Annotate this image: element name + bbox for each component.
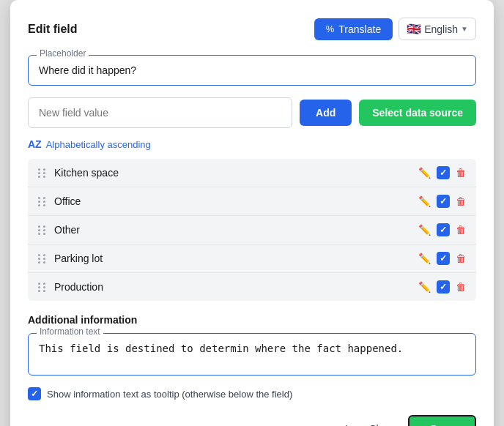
footer-arrow [309, 422, 356, 426]
additional-info-title: Additional information [28, 314, 476, 326]
drag-handle[interactable] [38, 225, 47, 235]
translate-icon: % [326, 23, 335, 34]
save-button[interactable]: Save [408, 415, 476, 426]
item-label: Other [54, 224, 411, 236]
item-label: Kitchen space [54, 167, 411, 179]
list-item: Other ✏️ 🗑 [28, 216, 476, 244]
flag-icon: 🇬🇧 [407, 22, 421, 36]
item-actions: ✏️ 🗑 [418, 280, 466, 294]
translate-button[interactable]: % Translate [314, 18, 393, 40]
delete-icon[interactable]: 🗑 [456, 253, 466, 264]
tooltip-row: Show information text as tooltip (otherw… [28, 387, 476, 400]
sort-label[interactable]: AZ Alphabetically ascending [28, 138, 476, 150]
tooltip-label: Show information text as tooltip (otherw… [47, 389, 292, 400]
language-selector[interactable]: 🇬🇧 English ▼ [399, 18, 476, 40]
select-source-button[interactable]: Select data source [359, 100, 476, 126]
item-label: Parking lot [54, 253, 411, 264]
drag-handle[interactable] [38, 197, 47, 206]
edit-icon[interactable]: ✏️ [418, 195, 431, 207]
items-list: Kitchen space ✏️ 🗑 Office ✏️ 🗑 [28, 159, 476, 301]
item-checkbox[interactable] [437, 195, 450, 208]
item-checkbox[interactable] [437, 252, 450, 265]
add-button[interactable]: Add [300, 100, 352, 126]
placeholder-field-group: Placeholder [28, 55, 476, 86]
add-row: Add Select data source [28, 97, 476, 128]
info-text-label: Information text [37, 326, 103, 337]
header-actions: % Translate 🇬🇧 English ▼ [314, 18, 476, 40]
modal-header: Edit field % Translate 🇬🇧 English ▼ [28, 18, 476, 40]
close-button[interactable]: Close [369, 423, 396, 426]
item-actions: ✏️ 🗑 [418, 252, 466, 265]
list-item: Production ✏️ 🗑 [28, 273, 476, 301]
chevron-down-icon: ▼ [461, 25, 468, 33]
item-checkbox[interactable] [437, 280, 450, 294]
edit-icon[interactable]: ✏️ [418, 167, 431, 179]
item-checkbox[interactable] [437, 223, 450, 236]
info-textarea[interactable] [28, 333, 476, 375]
edit-icon[interactable]: ✏️ [418, 281, 431, 293]
drag-handle[interactable] [38, 283, 47, 292]
list-item: Parking lot ✏️ 🗑 [28, 244, 476, 273]
sort-icon: AZ [28, 138, 42, 150]
delete-icon[interactable]: 🗑 [456, 167, 466, 179]
arrow-icon [309, 422, 353, 426]
item-actions: ✏️ 🗑 [418, 195, 466, 208]
modal-title: Edit field [28, 23, 78, 36]
edit-field-modal: Edit field % Translate 🇬🇧 English ▼ Plac… [10, 0, 494, 426]
item-label: Production [54, 281, 411, 293]
placeholder-input[interactable] [28, 55, 476, 86]
item-label: Office [54, 195, 411, 207]
placeholder-label: Placeholder [37, 48, 89, 59]
item-actions: ✏️ 🗑 [418, 223, 466, 236]
item-actions: ✏️ 🗑 [418, 166, 466, 179]
delete-icon[interactable]: 🗑 [456, 195, 466, 207]
delete-icon[interactable]: 🗑 [456, 224, 466, 236]
list-item: Office ✏️ 🗑 [28, 187, 476, 216]
new-field-input[interactable] [28, 97, 292, 128]
drag-handle[interactable] [38, 168, 47, 178]
list-item: Kitchen space ✏️ 🗑 [28, 159, 476, 187]
drag-handle[interactable] [38, 254, 47, 264]
edit-icon[interactable]: ✏️ [418, 224, 431, 236]
delete-icon[interactable]: 🗑 [456, 281, 466, 293]
edit-icon[interactable]: ✏️ [418, 253, 431, 264]
sort-label-text: Alphabetically ascending [46, 139, 151, 150]
info-field-group: Information text [28, 333, 476, 378]
language-label: English [424, 23, 458, 35]
tooltip-checkbox[interactable] [28, 387, 41, 400]
modal-footer: Close Save [28, 415, 476, 426]
item-checkbox[interactable] [437, 166, 450, 179]
